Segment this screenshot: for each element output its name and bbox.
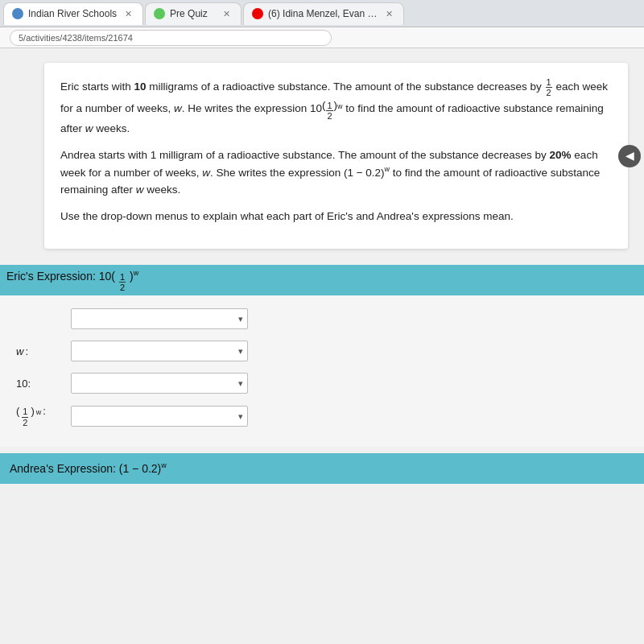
erics-header-suffix: )w bbox=[130, 269, 138, 283]
fraction-half-1: 12 bbox=[545, 77, 553, 97]
tab-close-3[interactable]: ✕ bbox=[382, 7, 395, 20]
andreas-section-header: Andrea's Expression: (1 − 0.2)w bbox=[0, 453, 644, 484]
tab-label-3: (6) Idina Menzel, Evan Rache… bbox=[268, 8, 378, 19]
bold-10: 10 bbox=[134, 80, 147, 93]
row-label-10: 10: bbox=[16, 378, 64, 390]
page-content: Eric starts with 10 milligrams of a radi… bbox=[0, 48, 644, 644]
tab-label-1: Indian River Schools bbox=[28, 8, 117, 19]
select-wrapper-3 bbox=[71, 373, 248, 394]
dropdown-w[interactable] bbox=[71, 341, 248, 361]
dropdown-half-w[interactable] bbox=[71, 406, 248, 427]
erics-expr: (12)w bbox=[322, 97, 343, 121]
form-row-1 bbox=[16, 308, 628, 329]
paragraph-3: Use the drop-down menus to explain what … bbox=[60, 208, 612, 225]
tab-close-2[interactable]: ✕ bbox=[220, 7, 233, 20]
tab-prequiz[interactable]: Pre Quiz ✕ bbox=[145, 2, 242, 25]
erics-fraction: 12 bbox=[119, 272, 126, 292]
erics-section-header: Eric's Expression: 10(12)w bbox=[0, 265, 644, 295]
form-row-half-w: (12)w: bbox=[16, 405, 628, 427]
dropdown-1[interactable] bbox=[71, 308, 248, 329]
tab-indian-river[interactable]: Indian River Schools ✕ bbox=[3, 2, 143, 25]
paragraph-1: Eric starts with 10 milligrams of a radi… bbox=[60, 77, 612, 138]
row-label-half-w: (12)w: bbox=[16, 405, 64, 427]
tab-favicon-2 bbox=[154, 8, 165, 19]
andreas-header-label: Andrea's Expression: (1 − 0.2)w bbox=[10, 461, 167, 475]
fraction-label: 12 bbox=[22, 407, 28, 427]
select-wrapper-1 bbox=[71, 308, 248, 329]
tab-favicon-3 bbox=[252, 8, 263, 19]
browser-chrome: Indian River Schools ✕ Pre Quiz ✕ (6) Id… bbox=[0, 0, 644, 27]
erics-header-label: Eric's Expression: 10( bbox=[6, 270, 115, 283]
select-wrapper-4 bbox=[71, 406, 248, 427]
address-input[interactable] bbox=[10, 30, 332, 46]
tab-label-2: Pre Quiz bbox=[170, 8, 215, 19]
form-row-w: w: bbox=[16, 341, 628, 361]
erics-header-text: Eric's Expression: 10(12)w bbox=[0, 269, 138, 292]
tab-close-1[interactable]: ✕ bbox=[122, 7, 134, 20]
scroll-arrow-button[interactable]: ◀ bbox=[618, 145, 641, 167]
form-row-10: 10: bbox=[16, 373, 628, 394]
tab-favicon-1 bbox=[12, 8, 23, 19]
address-bar bbox=[0, 27, 644, 48]
select-wrapper-2 bbox=[71, 341, 248, 361]
erics-form-area: w: 10: (12)w: bbox=[0, 295, 644, 446]
dropdown-10[interactable] bbox=[71, 373, 248, 394]
tab-youtube[interactable]: (6) Idina Menzel, Evan Rache… ✕ bbox=[243, 2, 404, 25]
question-card: Eric starts with 10 milligrams of a radi… bbox=[44, 63, 628, 249]
row-label-w: w: bbox=[16, 345, 64, 357]
bold-20pct: 20% bbox=[550, 149, 572, 161]
paragraph-2: Andrea starts with 1 milligram of a radi… bbox=[60, 147, 612, 198]
